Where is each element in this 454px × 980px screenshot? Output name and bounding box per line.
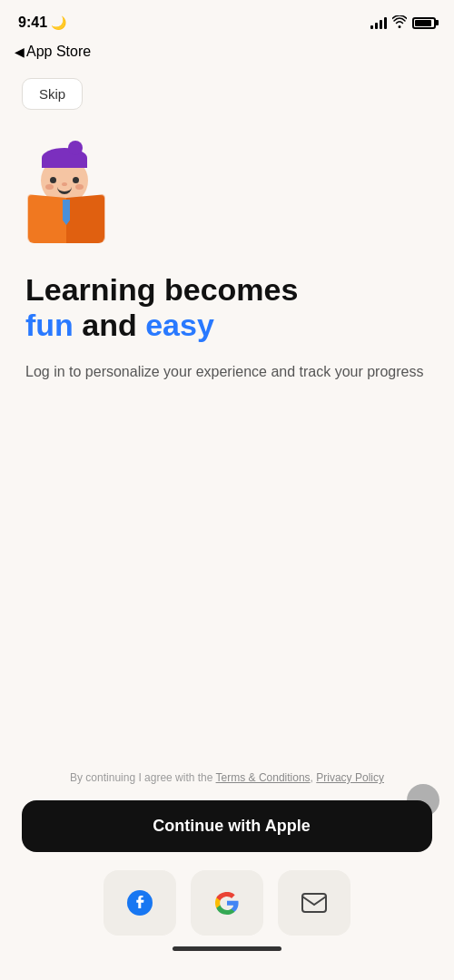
time-label: 9:41 bbox=[18, 15, 47, 31]
battery-icon bbox=[412, 17, 436, 29]
moon-icon: 🌙 bbox=[51, 15, 66, 30]
eye-left bbox=[50, 177, 56, 183]
status-icons bbox=[370, 15, 436, 31]
nose bbox=[62, 182, 67, 186]
apple-button-label: Continue with Apple bbox=[153, 817, 310, 836]
wifi-icon bbox=[392, 15, 407, 31]
main-content: Learning becomes fun and easy Log in to … bbox=[0, 121, 454, 438]
status-time: 9:41 🌙 bbox=[18, 15, 66, 31]
email-signin-button[interactable] bbox=[278, 870, 350, 936]
google-signin-button[interactable] bbox=[191, 870, 263, 936]
headline-line1: Learning becomes bbox=[25, 272, 298, 307]
facebook-icon bbox=[125, 888, 154, 917]
headline-fun: fun bbox=[25, 308, 74, 342]
cheek-right bbox=[75, 184, 84, 190]
bookmark-icon bbox=[63, 200, 70, 225]
terms-prefix: By continuing I agree with the bbox=[70, 771, 216, 784]
email-icon bbox=[301, 893, 327, 913]
mascot-illustration bbox=[25, 157, 107, 243]
terms-text: By continuing I agree with the Terms & C… bbox=[22, 769, 432, 786]
signal-icon bbox=[370, 16, 387, 29]
back-label: App Store bbox=[26, 44, 91, 60]
cheek-left bbox=[45, 184, 54, 190]
book-illustration bbox=[30, 198, 103, 243]
facebook-signin-button[interactable] bbox=[104, 870, 176, 936]
social-buttons bbox=[22, 870, 432, 936]
google-icon bbox=[212, 888, 242, 917]
smile bbox=[57, 187, 72, 194]
book-left-page bbox=[28, 194, 66, 243]
mascot-container bbox=[25, 157, 429, 243]
headline-line2: fun and easy bbox=[25, 308, 429, 343]
terms-conditions-link[interactable]: Terms & Conditions bbox=[216, 771, 311, 784]
headline-easy: easy bbox=[145, 308, 214, 342]
bottom-section: By continuing I agree with the Terms & C… bbox=[0, 769, 454, 980]
back-chevron-icon: ◀ bbox=[15, 44, 25, 59]
headline: Learning becomes fun and easy bbox=[25, 272, 429, 343]
nav-bar: ◀ App Store bbox=[0, 40, 454, 67]
status-bar: 9:41 🌙 bbox=[0, 0, 454, 40]
eye-right bbox=[73, 177, 79, 183]
privacy-policy-link[interactable]: Privacy Policy bbox=[316, 771, 384, 784]
apple-signin-button[interactable]: Continue with Apple bbox=[22, 800, 432, 852]
svg-rect-1 bbox=[302, 894, 326, 912]
skip-button[interactable]: Skip bbox=[22, 78, 83, 110]
headline-and: and bbox=[74, 308, 145, 342]
back-button[interactable]: ◀ App Store bbox=[15, 44, 91, 60]
hair-bun bbox=[68, 141, 83, 155]
subheading: Log in to personalize your experience an… bbox=[25, 361, 429, 384]
skip-container: Skip bbox=[0, 67, 454, 121]
home-indicator bbox=[173, 946, 281, 951]
book-right-page bbox=[66, 194, 104, 243]
